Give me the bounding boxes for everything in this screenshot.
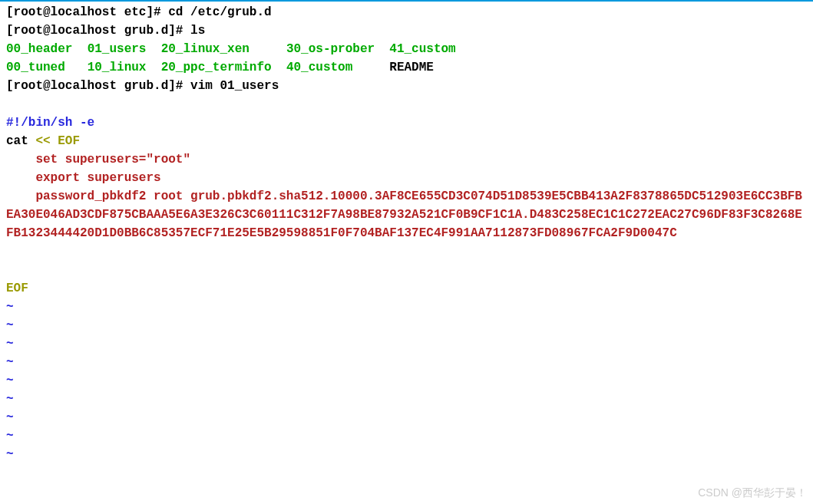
file-executable: 20_ppc_terminfo [161,61,272,74]
vim-tilde-line: ~ [6,408,807,427]
command-text: ls [190,24,205,38]
shebang-text: #!/bin/sh -e [6,116,94,130]
tilde-marker: ~ [6,337,14,351]
cat-keyword: cat [6,134,35,148]
shell-prompt: [root@localhost etc]# [6,5,168,19]
terminal-output[interactable]: [root@localhost etc]# cd /etc/grub.d [ro… [6,3,807,463]
file-executable: 00_header [6,42,72,56]
tilde-marker: ~ [6,300,14,314]
vim-tilde-line: ~ [6,371,807,390]
vim-tilde-line: ~ [6,334,807,353]
file-regular: README [389,61,434,74]
heredoc-end: EOF [6,282,28,295]
file-executable: 40_custom [286,61,352,74]
tilde-marker: ~ [6,410,14,424]
vim-tilde-line: ~ [6,353,807,371]
tilde-marker: ~ [6,318,14,332]
ls-row-2: 00_tuned 10_linux 20_ppc_terminfo 40_cus… [6,58,807,77]
file-executable: 01_users [88,42,147,56]
superusers-export: export superusers [6,171,161,185]
file-executable: 30_os-prober [286,42,375,56]
tilde-marker: ~ [6,447,14,461]
vim-tilde-line: ~ [6,298,807,316]
vim-password-hash: password_pbkdf2 root grub.pbkdf2.sha512.… [6,187,807,242]
file-executable: 10_linux [88,61,147,74]
blank-line [6,95,807,114]
shell-prompt: [root@localhost grub.d]# [6,24,190,38]
file-executable: 20_linux_xen [161,42,250,56]
file-executable: 00_tuned [6,61,65,74]
password-hash: password_pbkdf2 root grub.pbkdf2.sha512.… [6,189,802,240]
vim-tilde-line: ~ [6,445,807,463]
command-text: cd /etc/grub.d [168,5,271,19]
file-executable: 41_custom [389,42,455,56]
heredoc-start: << EOF [35,134,80,148]
vim-shebang-line: #!/bin/sh -e [6,114,807,132]
blank-line [6,242,807,261]
csdn-watermark: CSDN @西华彭于晏！ [698,485,807,501]
tilde-marker: ~ [6,429,14,443]
prompt-line-1: [root@localhost etc]# cd /etc/grub.d [6,3,807,21]
vim-content-line: export superusers [6,169,807,187]
tilde-marker: ~ [6,392,14,406]
tilde-marker: ~ [6,355,14,369]
prompt-line-3: [root@localhost grub.d]# vim 01_users [6,77,807,95]
vim-cat-line: cat << EOF [6,132,807,150]
shell-prompt: [root@localhost grub.d]# [6,79,190,93]
ls-row-1: 00_header 01_users 20_linux_xen 30_os-pr… [6,40,807,58]
tilde-marker: ~ [6,374,14,387]
vim-content-line: set superusers="root" [6,150,807,169]
vim-tilde-line: ~ [6,427,807,445]
vim-eof-line: EOF [6,279,807,298]
vim-tilde-line: ~ [6,316,807,334]
blank-line [6,261,807,279]
prompt-line-2: [root@localhost grub.d]# ls [6,21,807,40]
vim-tilde-line: ~ [6,390,807,408]
command-text: vim 01_users [190,79,279,93]
superusers-set: set superusers="root" [6,153,190,166]
